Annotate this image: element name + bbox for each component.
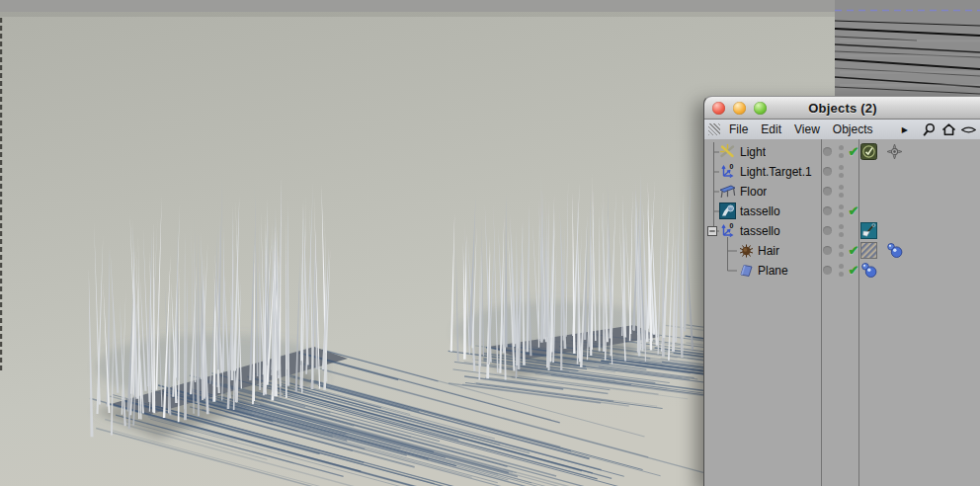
close-button[interactable]: [712, 102, 725, 115]
hair-strands-icon[interactable]: [738, 242, 755, 259]
render-visibility-dot[interactable]: [839, 212, 844, 217]
object-label: Light: [740, 145, 766, 159]
layer-dot[interactable]: [823, 167, 832, 176]
editor-visibility-dot[interactable]: [839, 264, 844, 269]
window-titlebar[interactable]: Objects (2): [704, 97, 980, 120]
minimize-button[interactable]: [733, 102, 746, 115]
svg-text:0: 0: [730, 163, 734, 170]
hair-object-icon[interactable]: [719, 202, 736, 219]
compositing-tag-icon[interactable]: [860, 143, 877, 160]
object-row[interactable]: Floor: [704, 182, 980, 202]
editor-visibility-dot[interactable]: [839, 204, 844, 209]
menu-objects[interactable]: Objects: [833, 122, 873, 136]
enabled-check-icon[interactable]: ✔: [846, 203, 861, 218]
floor-object-icon[interactable]: [719, 183, 736, 200]
object-label: Plane: [758, 264, 788, 278]
zoom-button[interactable]: [754, 102, 767, 115]
menu-file[interactable]: File: [729, 122, 748, 136]
object-row[interactable]: Light✔: [704, 142, 980, 162]
render-visibility-dot[interactable]: [839, 173, 844, 178]
objects-window[interactable]: Objects (2) File Edit View Objects ▶ Lig…: [703, 96, 980, 486]
object-row[interactable]: 0Light.Target.1: [704, 162, 980, 182]
menu-overflow-arrow-icon[interactable]: ▶: [902, 125, 908, 134]
object-label: Floor: [740, 185, 767, 199]
menu-view[interactable]: View: [794, 122, 820, 136]
render-visibility-dot[interactable]: [839, 193, 844, 198]
phong-tag-icon[interactable]: [860, 262, 877, 279]
plane-object-icon[interactable]: [738, 262, 755, 279]
object-label: tassello: [740, 204, 780, 218]
render-visibility-dot[interactable]: [839, 252, 844, 257]
object-list[interactable]: Light✔0Light.Target.1Floortassello✔0tass…: [704, 139, 980, 486]
eye-icon[interactable]: [961, 122, 976, 137]
layer-dot[interactable]: [823, 187, 832, 196]
search-icon[interactable]: [922, 122, 937, 137]
palette-grip-icon[interactable]: [708, 123, 720, 135]
editor-visibility-dot[interactable]: [839, 244, 844, 249]
menu-edit[interactable]: Edit: [761, 122, 781, 136]
collapse-expander[interactable]: [707, 226, 717, 236]
layer-dot[interactable]: [823, 226, 832, 235]
object-row[interactable]: Plane✔: [704, 261, 980, 281]
object-row[interactable]: tassello✔: [704, 202, 980, 221]
render-visibility-dot[interactable]: [839, 272, 844, 277]
editor-visibility-dot[interactable]: [839, 224, 844, 229]
editor-visibility-dot[interactable]: [839, 165, 844, 170]
object-label: Hair: [758, 244, 779, 258]
menu-bar: File Edit View Objects ▶: [704, 120, 980, 140]
enabled-check-icon[interactable]: ✔: [846, 243, 861, 258]
top-strip: [0, 0, 980, 12]
phong-tag-icon[interactable]: [886, 242, 903, 259]
layer-dot[interactable]: [823, 266, 832, 275]
hair-material-tag-icon[interactable]: [860, 222, 877, 239]
svg-text:0: 0: [730, 222, 734, 229]
object-label: Light.Target.1: [740, 165, 812, 179]
editor-visibility-dot[interactable]: [839, 185, 844, 190]
layer-dot[interactable]: [823, 206, 832, 215]
app-screen: { "window": { "title": "Objects (2)", "t…: [0, 0, 980, 486]
render-visibility-dot[interactable]: [839, 232, 844, 237]
object-label: tassello: [740, 224, 780, 238]
home-icon[interactable]: [941, 122, 956, 137]
editor-visibility-dot[interactable]: [839, 145, 844, 150]
null-object-icon[interactable]: 0: [719, 163, 736, 180]
light-object-icon[interactable]: [719, 143, 736, 160]
object-row[interactable]: 0tassello: [704, 221, 980, 241]
target-tag-icon[interactable]: [886, 143, 903, 160]
render-visibility-dot[interactable]: [839, 153, 844, 158]
enabled-check-icon[interactable]: ✔: [846, 144, 861, 159]
object-row[interactable]: Hair✔: [704, 241, 980, 261]
enabled-check-icon[interactable]: ✔: [846, 263, 861, 278]
null-object-icon[interactable]: 0: [719, 222, 736, 239]
hair-texture-tag-icon[interactable]: [860, 242, 877, 259]
layer-dot[interactable]: [823, 147, 832, 156]
layer-dot[interactable]: [823, 246, 832, 255]
